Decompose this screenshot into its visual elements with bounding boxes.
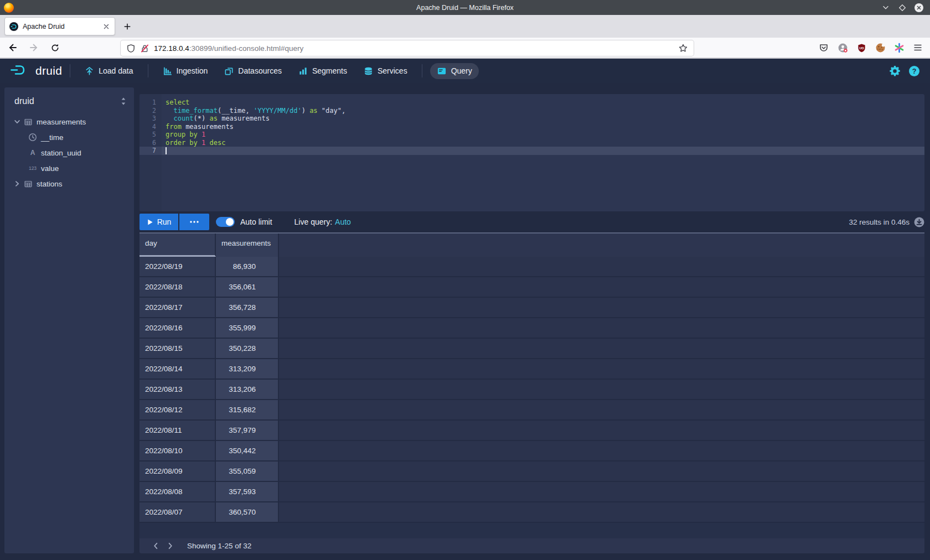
cell-measurements[interactable]: 356,061 <box>216 277 279 297</box>
table-row[interactable]: 2022/08/1986,930 <box>140 257 924 277</box>
nav-item-segments[interactable]: Segments <box>292 63 354 79</box>
cell-measurements[interactable]: 360,570 <box>216 502 279 522</box>
cell-filler <box>279 318 924 338</box>
next-page-button[interactable] <box>163 540 177 552</box>
tree-item-station_uuid[interactable]: Astation_uuid <box>4 145 134 160</box>
cell-day[interactable]: 2022/08/14 <box>140 359 216 378</box>
expander-icon[interactable] <box>13 118 21 126</box>
cell-day[interactable]: 2022/08/15 <box>140 339 216 358</box>
window-close-button[interactable] <box>913 2 924 13</box>
table-row[interactable]: 2022/08/11357,979 <box>140 421 924 441</box>
cell-measurements[interactable]: 313,209 <box>216 359 279 378</box>
previous-page-button[interactable] <box>148 540 163 552</box>
url-bar[interactable]: 172.18.0.4:30899/unified-console.html#qu… <box>121 40 694 56</box>
cell-day[interactable]: 2022/08/09 <box>140 462 216 481</box>
run-button[interactable]: Run <box>140 214 178 230</box>
cell-measurements[interactable]: 355,999 <box>216 318 279 338</box>
cell-day[interactable]: 2022/08/19 <box>140 257 216 276</box>
column-header-filler <box>279 234 924 257</box>
pocket-icon[interactable] <box>818 42 829 53</box>
window-minimize-button[interactable] <box>880 2 891 13</box>
cookie-extension-icon[interactable] <box>875 42 886 53</box>
expander-icon[interactable] <box>13 180 21 188</box>
table-row[interactable]: 2022/08/16355,999 <box>140 318 924 339</box>
table-row[interactable]: 2022/08/07360,570 <box>140 502 924 523</box>
code-line-1[interactable]: 1select <box>140 98 924 107</box>
tree-item-value[interactable]: 123value <box>4 160 134 176</box>
cell-day[interactable]: 2022/08/17 <box>140 298 216 317</box>
code-line-7[interactable]: 7 <box>140 147 924 155</box>
live-query-value: Auto <box>335 217 351 226</box>
table-row[interactable]: 2022/08/14313,209 <box>140 359 924 380</box>
cell-day[interactable]: 2022/08/18 <box>140 277 216 297</box>
column-header-measurements[interactable]: measurements <box>216 234 279 257</box>
back-button[interactable] <box>4 39 21 56</box>
cell-measurements[interactable]: 355,059 <box>216 462 279 481</box>
bookmark-star-icon[interactable] <box>678 43 688 53</box>
cell-measurements[interactable]: 86,930 <box>216 257 279 276</box>
code-line-6[interactable]: 6order by 1 desc <box>140 139 924 147</box>
forward-button[interactable] <box>25 39 42 56</box>
cell-measurements[interactable]: 356,728 <box>216 298 279 317</box>
run-more-options-button[interactable] <box>179 214 209 230</box>
new-tab-button[interactable] <box>120 19 135 34</box>
sql-token <box>198 139 202 147</box>
url-text[interactable]: 172.18.0.4:30899/unified-console.html#qu… <box>154 44 678 53</box>
table-row[interactable]: 2022/08/13313,206 <box>140 380 924 400</box>
code-line-4[interactable]: 4from measurements <box>140 123 924 131</box>
settings-gear-icon[interactable] <box>889 65 901 77</box>
pagination-bar: Showing 1-25 of 32 <box>140 538 924 553</box>
ublock-origin-icon[interactable]: UO <box>856 42 867 53</box>
column-header-day[interactable]: day <box>140 234 216 257</box>
download-results-icon[interactable] <box>914 217 924 227</box>
main-content: druid measurements__timeAstation_uuid123… <box>0 83 930 559</box>
nav-item-datasources[interactable]: Datasources <box>218 63 288 79</box>
tab-close-icon[interactable] <box>102 23 110 30</box>
table-row[interactable]: 2022/08/15350,228 <box>140 339 924 359</box>
druid-brand[interactable]: druid <box>9 64 62 78</box>
window-maximize-button[interactable] <box>897 2 908 13</box>
code-line-5[interactable]: 5group by 1 <box>140 131 924 139</box>
table-row[interactable]: 2022/08/12315,682 <box>140 400 924 421</box>
cell-measurements[interactable]: 313,206 <box>216 380 279 399</box>
nav-item-load-data[interactable]: Load data <box>78 63 140 79</box>
nav-item-ingestion[interactable]: Ingestion <box>156 63 215 79</box>
menu-hamburger-icon[interactable] <box>912 42 923 53</box>
tracking-protection-shield-icon[interactable] <box>126 44 136 53</box>
cell-measurements[interactable]: 357,593 <box>216 482 279 501</box>
table-row[interactable]: 2022/08/09355,059 <box>140 462 924 482</box>
cell-measurements[interactable]: 350,228 <box>216 339 279 358</box>
auto-limit-toggle[interactable] <box>216 217 235 227</box>
live-query-control[interactable]: Live query:Auto <box>294 217 351 226</box>
cell-measurements[interactable]: 350,442 <box>216 441 279 460</box>
insecure-lock-icon[interactable] <box>140 44 149 53</box>
code-line-2[interactable]: 2 time_format(__time, 'YYYY/MM/dd') as "… <box>140 107 924 115</box>
code-line-3[interactable]: 3 count(*) as measurements <box>140 115 924 123</box>
cell-day[interactable]: 2022/08/10 <box>140 441 216 460</box>
segments-icon <box>298 66 308 76</box>
tree-item-stations[interactable]: stations <box>4 176 134 191</box>
cell-day[interactable]: 2022/08/12 <box>140 400 216 419</box>
nav-item-query[interactable]: Query <box>430 63 479 79</box>
cell-day[interactable]: 2022/08/11 <box>140 421 216 440</box>
cell-day[interactable]: 2022/08/13 <box>140 380 216 399</box>
nav-item-services[interactable]: Services <box>357 63 414 79</box>
cell-measurements[interactable]: 315,682 <box>216 400 279 419</box>
table-row[interactable]: 2022/08/10350,442 <box>140 441 924 462</box>
cell-day[interactable]: 2022/08/07 <box>140 502 216 522</box>
schema-selector-caret-icon[interactable] <box>120 97 127 106</box>
extension-account-icon[interactable] <box>837 42 848 53</box>
cell-measurements[interactable]: 357,979 <box>216 421 279 440</box>
help-icon[interactable]: ? <box>908 65 920 77</box>
reload-button[interactable] <box>46 39 63 56</box>
table-row[interactable]: 2022/08/17356,728 <box>140 298 924 318</box>
cell-day[interactable]: 2022/08/08 <box>140 482 216 501</box>
browser-tab-apache-druid[interactable]: Apache Druid <box>4 17 115 35</box>
cell-day[interactable]: 2022/08/16 <box>140 318 216 338</box>
sql-editor[interactable]: 1select2 time_format(__time, 'YYYY/MM/dd… <box>140 94 924 211</box>
tree-item-measurements[interactable]: measurements <box>4 114 134 129</box>
table-row[interactable]: 2022/08/08357,593 <box>140 482 924 502</box>
multicolor-asterisk-extension-icon[interactable] <box>893 42 905 53</box>
tree-item-__time[interactable]: __time <box>4 129 134 145</box>
table-row[interactable]: 2022/08/18356,061 <box>140 277 924 298</box>
